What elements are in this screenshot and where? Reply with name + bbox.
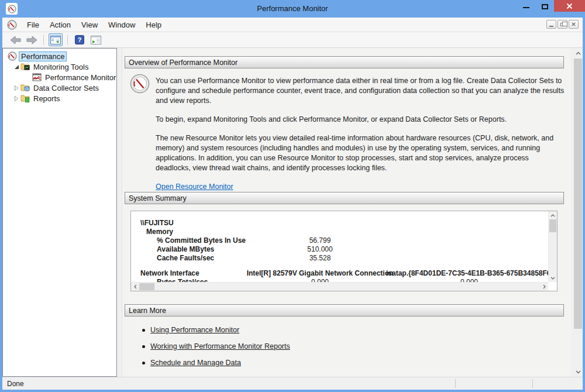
show-console-tree-button[interactable] (49, 33, 63, 46)
using-performance-monitor-link[interactable]: Using Performance Monitor (150, 326, 239, 334)
menu-file[interactable]: File (22, 18, 44, 32)
menu-action[interactable]: Action (44, 18, 76, 32)
mdi-close-button[interactable]: ✕ (569, 20, 579, 29)
window-title: Performance Monitor (0, 4, 585, 13)
scroll-thumb[interactable] (139, 283, 154, 290)
minimize-button[interactable] (517, 0, 535, 12)
tree-label-data-collector-sets: Data Collector Sets (32, 84, 101, 92)
bullet-icon (142, 329, 145, 332)
table-row: Memory (131, 228, 548, 236)
overview-header-text: Overview of Performance Monitor (129, 59, 238, 67)
menu-bar: File Action View Window Help ✕ (2, 18, 583, 32)
monitoring-tools-folder-icon (20, 62, 30, 71)
details-pane: Overview of Performance Monitor You can … (122, 48, 571, 377)
counter-value: 510.000 (225, 245, 415, 253)
scroll-down-button[interactable] (573, 367, 583, 377)
table-row: Available MBytes 510.000 (131, 245, 548, 254)
schedule-and-manage-data-link[interactable]: Schedule and Manage Data (150, 359, 241, 367)
help-icon: ? (75, 35, 84, 44)
status-separator (532, 379, 533, 388)
mdi-restore-button[interactable] (558, 20, 567, 29)
status-bar: Done (2, 377, 583, 390)
overview-section-header: Overview of Performance Monitor (125, 56, 564, 68)
mdi-minimize-button[interactable] (546, 20, 556, 29)
action-pane-icon (91, 36, 101, 44)
scroll-up-button[interactable] (573, 48, 583, 58)
data-collector-sets-folder-icon (20, 83, 30, 92)
console-perfmon-icon (7, 20, 17, 30)
scroll-right-button[interactable] (540, 283, 548, 291)
counter-name: Cache Faults/sec (157, 254, 214, 262)
tree-item-performance[interactable]: Performance (3, 51, 116, 61)
system-summary-header-text: System Summary (129, 194, 187, 202)
tree-item-data-collector-sets[interactable]: Data Collector Sets (3, 82, 116, 93)
performance-root-icon (8, 51, 17, 61)
overview-paragraph-1: You can use Performance Monitor to view … (156, 76, 565, 106)
help-button[interactable]: ? (73, 33, 87, 46)
maximize-icon (542, 4, 548, 9)
computer-name: \\FUJITSU (140, 219, 174, 227)
collapsed-twisty-icon[interactable] (13, 96, 19, 101)
tree-label-performance: Performance (19, 51, 67, 61)
system-summary-table: \\FUJITSU Memory % Committed Bytes In Us… (131, 211, 548, 282)
learn-more-links: Using Performance Monitor Working with P… (142, 322, 290, 371)
overview-text: You can use Performance Monitor to view … (156, 76, 565, 192)
menu-view[interactable]: View (76, 18, 103, 32)
scroll-up-button[interactable] (549, 211, 557, 219)
tree-label-monitoring-tools: Monitoring Tools (32, 63, 90, 71)
learn-more-section-header: Learn More (125, 304, 564, 317)
minimize-icon (523, 7, 529, 8)
tree-item-performance-monitor[interactable]: Performance Monitor (3, 72, 116, 82)
scroll-left-button[interactable] (131, 283, 139, 291)
scroll-thumb[interactable] (574, 59, 582, 329)
tree-item-reports[interactable]: Reports (3, 93, 116, 104)
forward-arrow-icon (26, 36, 37, 44)
learn-more-header-text: Learn More (129, 307, 166, 315)
maximize-button[interactable] (535, 0, 554, 12)
tree-item-monitoring-tools[interactable]: Monitoring Tools (3, 61, 116, 72)
counter-value: 35.528 (225, 254, 415, 262)
bullet-icon (142, 362, 145, 365)
details-vertical-scrollbar[interactable] (573, 48, 583, 377)
instance-name: isatap.{8F4D01DE-7C35-4E1B-B365-675B3485… (386, 269, 548, 277)
open-resource-monitor-link[interactable]: Open Resource Monitor (156, 183, 233, 191)
console-tree-icon (50, 36, 61, 44)
perfmon-gauge-icon (130, 74, 150, 94)
overview-paragraph-2: To begin, expand Monitoring Tools and cl… (156, 115, 565, 125)
reports-folder-icon (20, 94, 30, 103)
forward-button[interactable] (25, 33, 39, 46)
performance-monitor-chart-icon (32, 73, 42, 82)
table-row-clipped: Bytes Total/sec 0.000 0.000 (131, 278, 548, 282)
working-with-reports-link[interactable]: Working with Performance Monitor Reports (150, 342, 290, 350)
table-row: Network Interface Intel[R] 82579V Gigabi… (131, 269, 548, 278)
show-action-pane-button[interactable] (89, 33, 103, 46)
table-row-spacer (131, 263, 548, 269)
toolbar-separator (67, 35, 68, 45)
collapsed-twisty-icon[interactable] (13, 85, 19, 91)
menu-window[interactable]: Window (103, 18, 140, 32)
summary-vertical-scrollbar[interactable] (548, 211, 557, 282)
mdi-close-icon: ✕ (571, 22, 576, 27)
close-icon (566, 3, 573, 9)
expanded-twisty-icon[interactable] (13, 64, 19, 70)
menu-help[interactable]: Help (140, 18, 167, 32)
tree-label-reports: Reports (32, 94, 62, 103)
list-item: Schedule and Manage Data (142, 355, 290, 371)
system-summary-section-header: System Summary (125, 192, 564, 204)
status-text: Done (2, 380, 24, 388)
scroll-thumb[interactable] (549, 219, 556, 232)
counter-object: Network Interface (140, 269, 199, 277)
counter-name: Bytes Total/sec (157, 278, 208, 282)
scroll-down-button[interactable] (549, 274, 557, 282)
counter-value: 0.000 (386, 278, 548, 282)
close-button[interactable] (554, 0, 585, 12)
overview-paragraph-3: The new Resource Monitor lets you view d… (156, 133, 565, 173)
summary-horizontal-scrollbar[interactable] (131, 282, 548, 291)
back-arrow-icon (10, 36, 21, 44)
bullet-icon (142, 345, 145, 348)
system-summary-report: \\FUJITSU Memory % Committed Bytes In Us… (130, 211, 558, 291)
table-row: % Committed Bytes In Use 56.799 (131, 236, 548, 245)
back-button[interactable] (8, 33, 22, 46)
title-bar[interactable]: Performance Monitor (0, 0, 585, 18)
counter-object: Memory (146, 228, 173, 236)
